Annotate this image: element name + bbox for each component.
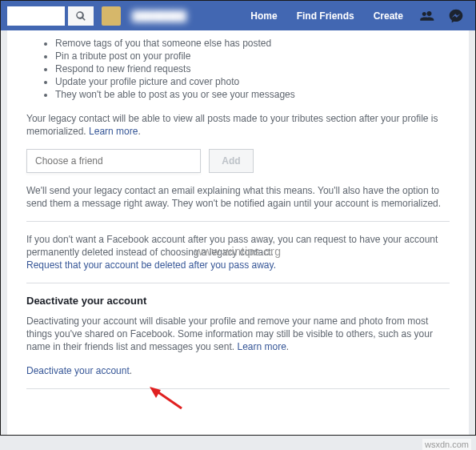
delete-after-death-para: If you don't want a Facebook account aft… [26,233,450,271]
image-credit: wsxdn.com [422,439,471,450]
list-item: Pin a tribute post on your profile [55,50,450,62]
deactivate-account-link[interactable]: Deactivate your account [26,365,130,376]
avatar[interactable] [102,6,121,26]
search-icon [75,10,86,22]
content-wrap: Remove tags of you that someone else has… [0,30,476,436]
choose-friend-input[interactable] [26,149,201,173]
deactivate-link-row: Deactivate your account. [26,364,450,377]
settings-panel: Remove tags of you that someone else has… [7,30,469,435]
topbar: ████████ Home Find Friends Create [0,0,476,30]
list-item: Remove tags of you that someone else has… [55,37,450,50]
deactivate-title: Deactivate your account [26,295,450,307]
nav-find-friends[interactable]: Find Friends [289,10,362,22]
legacy-permissions-list: Remove tags of you that someone else has… [26,37,450,101]
request-deletion-link[interactable]: Request that your account be deleted aft… [26,259,276,271]
list-item: Update your profile picture and cover ph… [55,75,450,88]
learn-more-link[interactable]: Learn more [237,341,286,352]
deactivate-description: Deactivating your account will disable y… [26,315,450,353]
divider [26,221,450,222]
learn-more-link[interactable]: Learn more [89,126,138,137]
choose-friend-row: Add [26,149,450,173]
search-button[interactable] [68,6,94,26]
messenger-icon[interactable] [448,8,464,24]
add-button[interactable]: Add [209,149,254,173]
friend-requests-icon[interactable] [419,8,435,24]
divider [26,283,450,283]
legacy-email-note: We'll send your legacy contact an email … [26,184,450,210]
user-name[interactable]: ████████ [124,10,194,22]
divider [26,388,450,389]
list-item: They won't be able to post as you or see… [55,88,450,101]
list-item: Respond to new friend requests [55,62,450,75]
legacy-description: Your legacy contact will be able to view… [26,112,450,138]
search-input[interactable] [7,6,65,26]
nav-home[interactable]: Home [242,10,285,22]
nav-create[interactable]: Create [366,10,411,22]
